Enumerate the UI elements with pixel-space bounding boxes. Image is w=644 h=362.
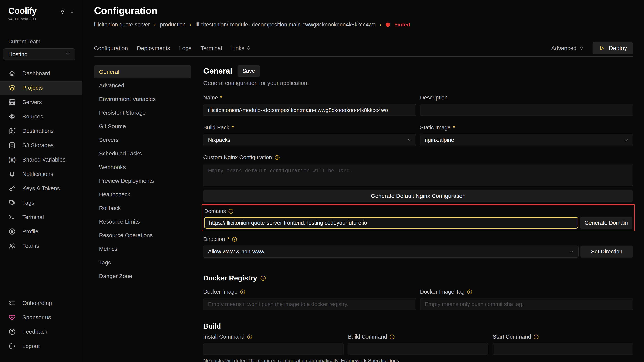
subnav-item-resource-limits[interactable]: Resource Limits: [94, 215, 191, 228]
subnav-item-preview-deployments[interactable]: Preview Deployments: [94, 174, 191, 187]
subnav-item-general[interactable]: General: [94, 65, 191, 78]
team-select-value: Hosting: [8, 51, 28, 57]
generate-nginx-button[interactable]: Generate Default Nginx Configuration: [203, 190, 633, 202]
framework-docs-link[interactable]: Framework Specific Docs: [341, 358, 399, 362]
info-icon[interactable]: [274, 155, 280, 160]
tab-configuration[interactable]: Configuration: [94, 45, 128, 51]
sidebar-item-sponsor-us[interactable]: Sponsor us: [0, 310, 82, 325]
info-icon[interactable]: [240, 289, 246, 295]
sidebar-item-keys-tokens[interactable]: Keys & Tokens: [0, 181, 82, 196]
subnav-item-resource-operations[interactable]: Resource Operations: [94, 229, 191, 242]
name-input[interactable]: [203, 104, 416, 116]
sidebar-item-label: Notifications: [22, 171, 53, 177]
sidebar-item-logout[interactable]: Logout: [0, 339, 82, 353]
subnav-item-environment-variables[interactable]: Environment Variables: [94, 92, 191, 106]
required-marker: *: [227, 236, 229, 242]
sidebar-item-terminal[interactable]: Terminal: [0, 210, 82, 224]
set-direction-button[interactable]: Set Direction: [580, 246, 633, 258]
subnav-item-danger-zone[interactable]: Danger Zone: [94, 270, 191, 283]
sidebar-item-label: Shared Variables: [22, 156, 66, 163]
subnav-item-rollback[interactable]: Rollback: [94, 201, 191, 215]
sidebar-item-servers[interactable]: Servers: [0, 95, 82, 109]
static-image-select[interactable]: nginx:alpine: [420, 134, 633, 146]
play-icon: [598, 45, 605, 51]
tab-label: Terminal: [201, 45, 222, 51]
breadcrumb-item[interactable]: illicitonion quote server: [94, 21, 150, 28]
breadcrumb-item[interactable]: production: [160, 21, 186, 28]
docker-image-input[interactable]: [203, 298, 416, 310]
sidebar-item-onboarding[interactable]: Onboarding: [0, 296, 82, 310]
users-icon: [8, 242, 16, 250]
tab-label: Configuration: [94, 45, 128, 51]
build-command-input[interactable]: [348, 343, 488, 355]
install-command-input[interactable]: [203, 343, 344, 355]
sidebar-item-notifications[interactable]: Notifications: [0, 167, 82, 181]
sidebar-item-projects[interactable]: Projects: [0, 81, 82, 95]
info-icon[interactable]: [467, 289, 472, 295]
breadcrumb-separator-icon: ›: [154, 22, 156, 28]
build-pack-select[interactable]: Nixpacks: [203, 134, 416, 146]
status-dot-icon: [386, 22, 390, 27]
subnav-item-servers[interactable]: Servers: [94, 133, 191, 147]
sidebar-item-dashboard[interactable]: Dashboard: [0, 66, 82, 81]
docker-registry-head: Docker Registry: [203, 274, 633, 282]
tab-deployments[interactable]: Deployments: [137, 45, 170, 51]
generate-domain-button[interactable]: Generate Domain: [580, 217, 632, 229]
tab-links[interactable]: Links: [231, 45, 251, 51]
subnav-item-tags[interactable]: Tags: [94, 256, 191, 269]
start-command-input[interactable]: [492, 343, 633, 355]
sidebar-item-profile[interactable]: Profile: [0, 224, 82, 239]
subnav-item-scheduled-tasks[interactable]: Scheduled Tasks: [94, 147, 191, 160]
info-icon[interactable]: [228, 208, 234, 214]
nginx-config-textarea[interactable]: [203, 164, 633, 186]
sidebar-item-feedback[interactable]: Feedback: [0, 325, 82, 339]
tab-label: Deployments: [137, 45, 170, 51]
content: GeneralAdvancedEnvironment VariablesPers…: [94, 65, 633, 362]
tab-logs[interactable]: Logs: [179, 45, 192, 51]
subnav-item-advanced[interactable]: Advanced: [94, 79, 191, 92]
direction-select[interactable]: Allow www & non-www.: [203, 246, 578, 258]
breadcrumb-item[interactable]: illicitestonion/-module--decomposition:m…: [196, 21, 376, 28]
sidebar-item-s3-storages[interactable]: S3 Storages: [0, 138, 82, 152]
server-icon: [8, 98, 16, 106]
theme-toggle-sun-icon[interactable]: [59, 8, 66, 14]
subnav-item-healthcheck[interactable]: Healthcheck: [94, 188, 191, 201]
sidebar-item-tags[interactable]: Tags: [0, 196, 82, 210]
info-icon[interactable]: [232, 236, 238, 242]
team-select[interactable]: Hosting: [3, 48, 75, 60]
required-marker: *: [232, 124, 234, 131]
sidebar-item-label: Tags: [22, 200, 34, 206]
subnav-item-metrics[interactable]: Metrics: [94, 242, 191, 256]
info-icon[interactable]: [260, 275, 266, 281]
build-heading: Build: [203, 322, 221, 330]
tab-terminal[interactable]: Terminal: [201, 45, 222, 51]
info-icon[interactable]: [533, 334, 539, 340]
domains-section: Domains Generate Domain: [202, 204, 634, 231]
tab-label: Links: [231, 45, 244, 51]
logo-row: Coolify: [0, 6, 82, 16]
sidebar-item-shared-variables[interactable]: (x)Shared Variables: [0, 152, 82, 167]
domains-input[interactable]: [204, 217, 578, 229]
docker-image-tag-input[interactable]: [420, 298, 633, 310]
save-button[interactable]: Save: [238, 65, 260, 77]
tabbar: ConfigurationDeploymentsLogsTerminalLink…: [94, 40, 633, 56]
install-command-label: Install Command: [203, 334, 344, 340]
docker-image-tag-label: Docker Image Tag: [420, 289, 633, 295]
description-input[interactable]: [420, 104, 633, 116]
sidebar-item-destinations[interactable]: Destinations: [0, 124, 82, 138]
deploy-button[interactable]: Deploy: [592, 42, 633, 54]
subnav-item-webhooks[interactable]: Webhooks: [94, 161, 191, 174]
info-icon[interactable]: [389, 334, 395, 340]
text-caret: [310, 220, 310, 226]
advanced-dropdown[interactable]: Advanced: [551, 45, 584, 51]
theme-unfold-icon[interactable]: [70, 9, 74, 14]
sidebar-item-teams[interactable]: Teams: [0, 239, 82, 253]
heart-icon: [8, 314, 16, 321]
chevron-down-icon: [569, 249, 574, 254]
info-icon[interactable]: [247, 334, 252, 340]
subnav-item-persistent-storage[interactable]: Persistent Storage: [94, 106, 191, 119]
static-image-label: Static Image*: [420, 124, 633, 131]
sidebar-item-label: Onboarding: [22, 300, 52, 306]
sidebar-item-sources[interactable]: Sources: [0, 109, 82, 124]
subnav-item-git-source[interactable]: Git Source: [94, 120, 191, 133]
